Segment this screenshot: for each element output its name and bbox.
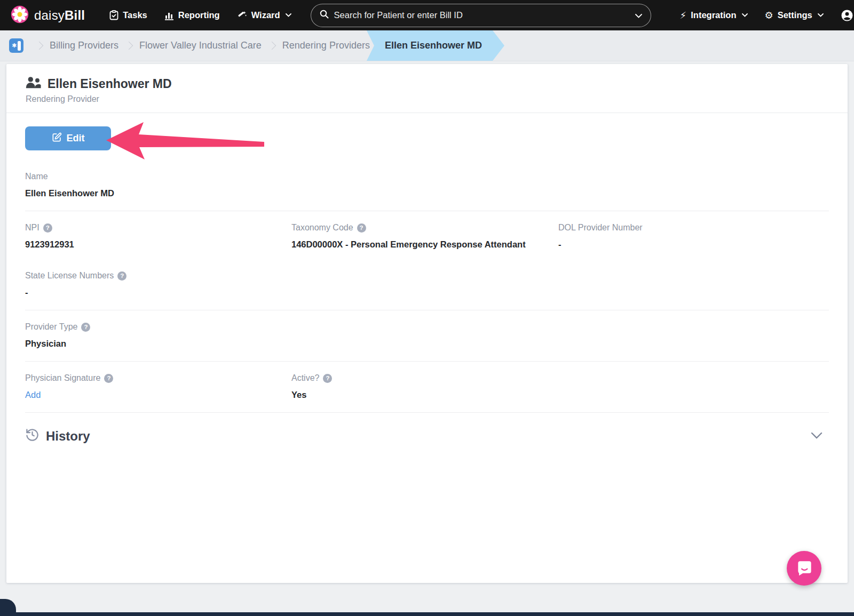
nav-settings[interactable]: ⚙ Settings xyxy=(765,10,824,20)
field-active: Active? ? Yes xyxy=(291,373,829,400)
help-icon[interactable]: ? xyxy=(104,374,113,383)
history-icon xyxy=(25,428,39,444)
breadcrumb-flower-valley[interactable]: Flower Valley Industrial Care xyxy=(139,30,262,61)
history-section-toggle[interactable]: History xyxy=(25,413,829,444)
help-icon[interactable]: ? xyxy=(357,223,366,233)
help-icon[interactable]: ? xyxy=(323,374,332,383)
dol-value: - xyxy=(558,239,829,250)
page-subtitle: Rendering Provider xyxy=(26,94,829,104)
breadcrumb: ✱ Billing Providers Flower Valley Indust… xyxy=(0,30,854,61)
top-navigation-bar: daisyBill Tasks Reporting xyxy=(0,0,854,30)
footer-bar xyxy=(0,612,854,616)
lightning-bolt-icon: ⚡ xyxy=(680,11,687,20)
add-signature-link[interactable]: Add xyxy=(25,390,41,400)
chevron-down-icon xyxy=(818,13,824,17)
breadcrumb-current-page[interactable]: Ellen Eisenhower MD xyxy=(367,30,504,61)
state-license-value: - xyxy=(25,287,829,298)
person-circle-icon xyxy=(841,9,853,22)
breadcrumb-billing-providers[interactable]: Billing Providers xyxy=(50,30,118,61)
provider-type-value: Physician xyxy=(25,339,829,349)
chat-launcher-button[interactable] xyxy=(787,551,821,586)
pencil-square-icon xyxy=(52,132,62,145)
tasks-clipboard-icon xyxy=(109,10,118,20)
footer-corner-shape xyxy=(0,599,16,613)
global-search xyxy=(311,4,651,27)
brand-wordmark: daisyBill xyxy=(34,8,85,23)
chevron-down-icon xyxy=(286,13,291,17)
nav-reporting[interactable]: Reporting xyxy=(164,10,220,20)
breadcrumb-separator-icon xyxy=(268,42,276,50)
npi-value: 9123912931 xyxy=(25,239,291,250)
field-state-license-numbers: State License Numbers ? - xyxy=(25,260,829,298)
field-dol-provider-number: DOL Provider Number - xyxy=(558,223,829,250)
nav-wizard[interactable]: Wizard xyxy=(237,10,291,20)
help-icon[interactable]: ? xyxy=(81,323,90,332)
history-title: History xyxy=(46,429,90,444)
edit-button[interactable]: Edit xyxy=(25,126,111,150)
gear-icon: ⚙ xyxy=(765,11,773,20)
help-icon[interactable]: ? xyxy=(43,223,52,233)
field-name: Name Ellen Eisenhower MD xyxy=(25,161,829,198)
two-people-icon xyxy=(25,76,41,92)
billing-provider-icon: ✱ xyxy=(9,38,23,53)
reporting-chart-icon xyxy=(164,11,174,20)
field-provider-type: Provider Type ? Physician xyxy=(25,310,829,349)
help-icon[interactable]: ? xyxy=(117,271,126,281)
breadcrumb-home[interactable]: ✱ xyxy=(0,30,29,61)
field-taxonomy-code: Taxonomy Code ? 146D00000X - Personal Em… xyxy=(291,223,558,250)
provider-detail-card: Ellen Eisenhower MD Rendering Provider E… xyxy=(6,64,848,583)
daisybill-logo[interactable]: daisyBill xyxy=(11,5,85,26)
provider-header: Ellen Eisenhower MD Rendering Provider xyxy=(6,64,848,113)
active-value: Yes xyxy=(291,390,829,400)
wizard-wand-icon xyxy=(237,10,247,20)
taxonomy-value: 146D00000X - Personal Emergency Response… xyxy=(291,239,558,250)
chevron-down-icon xyxy=(742,13,748,17)
search-dropdown-chevron-icon[interactable] xyxy=(635,11,642,20)
annotation-arrow xyxy=(105,120,265,163)
nav-account-menu[interactable] xyxy=(841,9,854,22)
search-input[interactable] xyxy=(334,10,630,20)
field-npi: NPI ? 9123912931 xyxy=(25,223,291,250)
nav-integration[interactable]: ⚡ Integration xyxy=(680,10,748,20)
breadcrumb-separator-icon xyxy=(35,42,44,50)
daisy-flower-icon xyxy=(11,5,29,26)
page-title: Ellen Eisenhower MD xyxy=(48,77,172,91)
breadcrumb-rendering-providers[interactable]: Rendering Providers xyxy=(282,30,370,61)
breadcrumb-separator-icon xyxy=(125,42,133,50)
name-value: Ellen Eisenhower MD xyxy=(25,188,829,198)
nav-tasks[interactable]: Tasks xyxy=(109,10,147,20)
search-icon xyxy=(320,10,329,21)
history-chevron-down-icon[interactable] xyxy=(811,431,823,441)
chat-bubble-icon xyxy=(795,558,814,579)
field-physician-signature: Physician Signature ? Add xyxy=(25,373,291,400)
